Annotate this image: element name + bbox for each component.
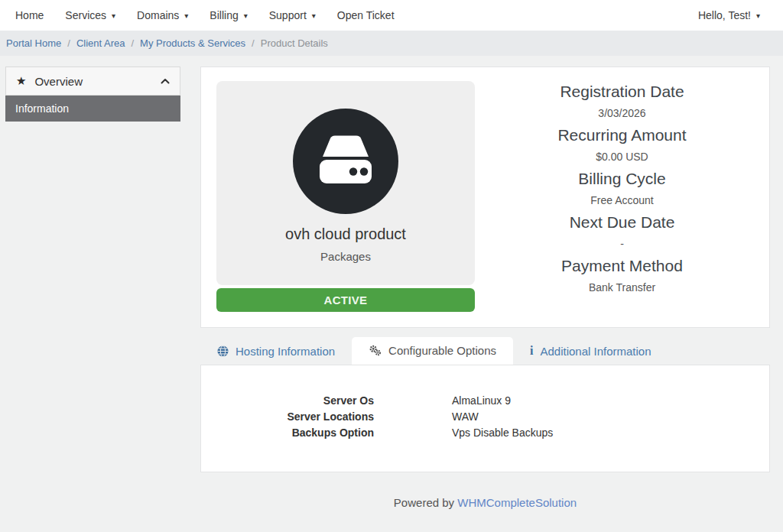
footer-link-whmcs[interactable]: WHMCompleteSolution	[457, 496, 577, 509]
breadcrumb-current: Product Details	[261, 37, 328, 49]
product-overview-panel: ovh cloud product Packages ACTIVE Regist…	[200, 66, 770, 328]
detail-label: Payment Method	[475, 257, 769, 275]
globe-icon	[217, 345, 229, 357]
detail-label: Next Due Date	[475, 213, 769, 232]
breadcrumb-separator: /	[131, 37, 134, 49]
product-name: ovh cloud product	[224, 225, 467, 243]
sidebar-item-label: Information	[15, 102, 69, 115]
sidebar: ★ Overview Information	[5, 66, 180, 122]
sidebar-item-information[interactable]: Information	[5, 96, 180, 122]
caret-down-icon: ▾	[756, 12, 760, 20]
breadcrumb-link-my-products[interactable]: My Products & Services	[140, 37, 245, 49]
nav-menu: Home Services ▾ Domains ▾ Billing ▾ Supp…	[5, 0, 405, 31]
tab-additional-information[interactable]: i Additional Information	[513, 337, 668, 365]
tab-configurable-options[interactable]: Configurable Options	[352, 337, 513, 365]
nav-item-services[interactable]: Services ▾	[54, 0, 126, 31]
status-badge: ACTIVE	[216, 288, 475, 312]
nav-item-label: Open Ticket	[337, 9, 395, 21]
config-option-value: Vps Disable Backups	[452, 425, 553, 441]
product-details-column: Registration Date 3/03/2026 Recurring Am…	[475, 81, 769, 312]
footer-text: Powered by	[394, 496, 454, 509]
nav-item-label: Domains	[137, 9, 179, 21]
detail-value: -	[475, 238, 769, 250]
breadcrumb-link-client-area[interactable]: Client Area	[76, 37, 125, 49]
config-option-value: WAW	[452, 409, 479, 425]
detail-value: Free Account	[475, 194, 769, 206]
config-option-row: Server Os AlmaLinux 9	[201, 393, 769, 409]
nav-item-open-ticket[interactable]: Open Ticket	[327, 0, 405, 31]
user-menu[interactable]: Hello, Test! ▾	[687, 0, 771, 31]
tab-bar: Hosting Information Configurable Options…	[200, 337, 770, 365]
product-group: Packages	[224, 250, 467, 263]
breadcrumb-separator: /	[67, 37, 70, 49]
breadcrumb: Portal Home / Client Area / My Products …	[0, 31, 783, 56]
nav-item-home[interactable]: Home	[5, 0, 54, 31]
tab-label: Hosting Information	[236, 345, 335, 358]
detail-label: Billing Cycle	[475, 170, 769, 188]
breadcrumb-link-portal-home[interactable]: Portal Home	[6, 37, 61, 49]
user-menu-label: Hello, Test!	[698, 9, 751, 21]
caret-down-icon: ▾	[244, 12, 248, 20]
product-card: ovh cloud product Packages	[216, 81, 475, 285]
nav-item-label: Home	[15, 9, 44, 21]
info-icon: i	[530, 344, 533, 358]
breadcrumb-separator: /	[252, 37, 255, 49]
cogs-icon	[369, 345, 382, 356]
sidebar-panel-overview[interactable]: ★ Overview	[5, 66, 180, 96]
detail-value: 3/03/2026	[475, 107, 769, 119]
config-option-label: Backups Option	[201, 425, 374, 441]
detail-value: $0.00 USD	[475, 151, 769, 163]
nav-item-billing[interactable]: Billing ▾	[199, 0, 258, 31]
nav-item-label: Billing	[210, 9, 238, 21]
page-footer: Powered by WHMCompleteSolution	[200, 496, 770, 509]
sidebar-panel-title: Overview	[34, 75, 83, 88]
nav-item-label: Support	[269, 9, 307, 21]
main-content: ovh cloud product Packages ACTIVE Regist…	[200, 66, 770, 509]
config-option-label: Server Os	[201, 393, 374, 409]
server-drive-icon	[292, 108, 399, 215]
tab-label: Configurable Options	[388, 344, 496, 357]
tab-hosting-information[interactable]: Hosting Information	[200, 337, 352, 365]
detail-label: Recurring Amount	[475, 126, 769, 144]
config-option-row: Server Locations WAW	[201, 409, 769, 425]
configurable-options-panel: Server Os AlmaLinux 9 Server Locations W…	[200, 365, 770, 472]
config-option-value: AlmaLinux 9	[452, 393, 511, 409]
detail-label: Registration Date	[475, 83, 769, 101]
page-body: ★ Overview Information	[0, 56, 783, 509]
chevron-up-icon	[161, 78, 170, 84]
product-card-column: ovh cloud product Packages ACTIVE	[216, 81, 475, 312]
tab-label: Additional Information	[540, 345, 651, 358]
config-option-label: Server Locations	[201, 409, 374, 425]
caret-down-icon: ▾	[112, 12, 115, 20]
detail-value: Bank Transfer	[475, 281, 769, 294]
caret-down-icon: ▾	[184, 12, 188, 20]
caret-down-icon: ▾	[312, 12, 316, 20]
star-icon: ★	[16, 74, 26, 88]
nav-item-label: Services	[65, 9, 106, 21]
nav-item-support[interactable]: Support ▾	[258, 0, 327, 31]
top-navbar: Home Services ▾ Domains ▾ Billing ▾ Supp…	[0, 0, 783, 31]
config-option-row: Backups Option Vps Disable Backups	[201, 425, 769, 441]
nav-item-domains[interactable]: Domains ▾	[126, 0, 199, 31]
